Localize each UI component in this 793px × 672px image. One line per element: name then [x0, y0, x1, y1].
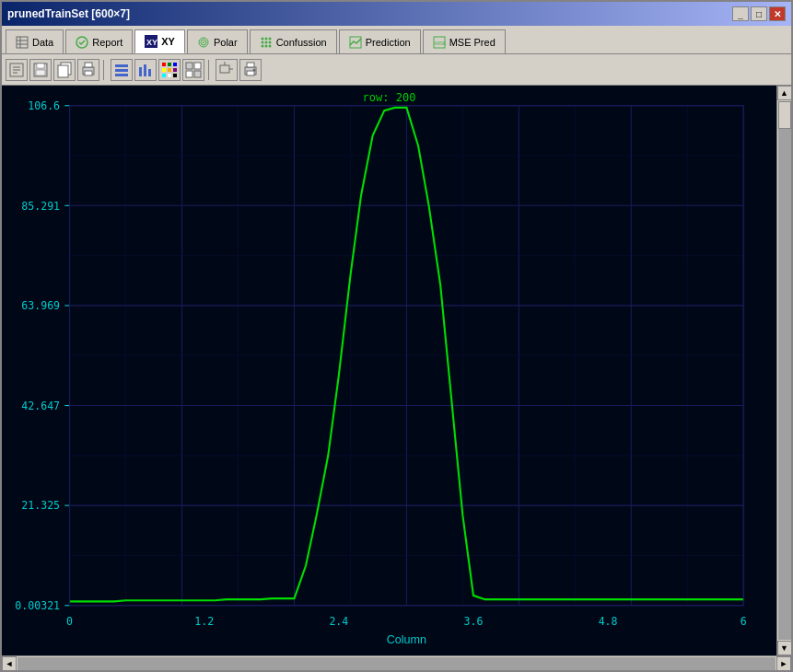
- svg-text:85.291: 85.291: [21, 199, 60, 212]
- svg-text:XY: XY: [146, 38, 157, 47]
- svg-text:106.6: 106.6: [28, 99, 60, 112]
- svg-text:MSE: MSE: [435, 41, 446, 46]
- svg-text:6: 6: [741, 615, 747, 628]
- tool-save[interactable]: [29, 59, 52, 81]
- scroll-left-button[interactable]: ◄: [2, 656, 17, 671]
- svg-rect-41: [168, 63, 171, 66]
- svg-text:4.8: 4.8: [599, 615, 618, 628]
- svg-rect-51: [186, 71, 192, 77]
- svg-rect-34: [115, 64, 128, 67]
- tool-lines[interactable]: [111, 59, 133, 81]
- main-window: prunedTrainSet [600×7] _ □ ✕ Data Report…: [0, 0, 793, 672]
- svg-rect-45: [173, 68, 177, 72]
- svg-rect-38: [144, 64, 146, 76]
- svg-point-9: [203, 41, 204, 43]
- chart-area: row: 200: [2, 86, 776, 655]
- svg-rect-48: [173, 74, 177, 77]
- svg-point-12: [268, 37, 271, 40]
- svg-text:1.2: 1.2: [194, 615, 214, 628]
- tab-report-label: Report: [92, 37, 122, 48]
- tool-colors[interactable]: [158, 59, 181, 81]
- tool-new[interactable]: [6, 59, 28, 81]
- title-bar: prunedTrainSet [600×7] _ □ ✕: [2, 2, 791, 26]
- svg-point-16: [261, 44, 263, 47]
- separator-2: [208, 60, 212, 80]
- svg-rect-37: [139, 67, 142, 76]
- svg-rect-42: [173, 63, 177, 66]
- svg-point-10: [261, 37, 263, 40]
- tab-confussion[interactable]: Confussion: [250, 29, 337, 53]
- tab-mse-pred[interactable]: MSE MSE Pred: [423, 29, 506, 53]
- separator-1: [103, 60, 107, 80]
- tab-prediction-label: Prediction: [366, 37, 411, 48]
- svg-text:Column: Column: [387, 632, 426, 646]
- svg-rect-32: [85, 63, 92, 67]
- scroll-right-button[interactable]: ►: [776, 656, 791, 671]
- scroll-track-h[interactable]: [17, 657, 776, 670]
- svg-rect-43: [162, 68, 166, 72]
- minimize-button[interactable]: _: [732, 6, 749, 21]
- svg-rect-57: [247, 63, 254, 67]
- svg-rect-0: [17, 37, 28, 48]
- vertical-scrollbar: ▲ ▼: [776, 86, 791, 655]
- tab-confussion-label: Confussion: [276, 37, 327, 48]
- tool-grid[interactable]: [182, 59, 204, 81]
- tab-data-label: Data: [32, 37, 53, 48]
- svg-text:63.969: 63.969: [21, 299, 60, 312]
- scroll-thumb-v[interactable]: [778, 101, 791, 129]
- tool-copy[interactable]: [53, 59, 76, 81]
- svg-text:21.325: 21.325: [21, 499, 60, 512]
- toolbar: [2, 54, 791, 86]
- tab-report[interactable]: Report: [65, 29, 133, 53]
- svg-point-11: [264, 37, 267, 40]
- tool-print[interactable]: [77, 59, 99, 81]
- tab-prediction[interactable]: Prediction: [339, 29, 421, 53]
- main-content: row: 200: [2, 86, 791, 655]
- svg-text:2.4: 2.4: [329, 615, 348, 628]
- scroll-down-button[interactable]: ▼: [777, 641, 792, 655]
- scroll-track-v[interactable]: [778, 101, 791, 640]
- tab-mse-pred-label: MSE Pred: [449, 37, 496, 48]
- horizontal-scrollbar: ◄ ►: [2, 655, 791, 670]
- tab-bar: Data Report XY XY Polar Confussion Predi…: [2, 26, 791, 54]
- svg-rect-44: [168, 68, 171, 72]
- svg-rect-47: [168, 74, 171, 77]
- tab-data[interactable]: Data: [6, 29, 64, 53]
- svg-rect-58: [247, 71, 254, 75]
- tab-polar-label: Polar: [214, 37, 238, 48]
- tool-print2[interactable]: [239, 59, 262, 81]
- svg-rect-50: [194, 63, 201, 69]
- svg-text:0: 0: [66, 615, 73, 628]
- svg-rect-39: [148, 69, 151, 76]
- chart-svg: 0.00321 21.325 42.647 63.969 85.291 106.…: [2, 86, 776, 655]
- svg-rect-53: [220, 65, 229, 73]
- svg-rect-33: [85, 71, 92, 75]
- svg-rect-40: [162, 63, 166, 66]
- svg-point-15: [268, 41, 271, 43]
- svg-rect-52: [194, 71, 201, 77]
- svg-rect-46: [162, 74, 166, 77]
- svg-point-14: [264, 41, 267, 43]
- tab-polar[interactable]: Polar: [187, 29, 248, 53]
- tab-xy[interactable]: XY XY: [134, 29, 185, 53]
- row-label: row: 200: [363, 91, 416, 104]
- svg-rect-35: [115, 69, 128, 72]
- svg-rect-30: [58, 65, 68, 77]
- svg-point-18: [268, 44, 271, 47]
- svg-rect-28: [36, 70, 45, 75]
- svg-point-59: [253, 68, 256, 71]
- close-button[interactable]: ✕: [769, 6, 786, 21]
- maximize-button[interactable]: □: [751, 6, 767, 21]
- svg-rect-49: [186, 63, 192, 69]
- scroll-up-button[interactable]: ▲: [777, 86, 792, 100]
- svg-text:0.00321: 0.00321: [15, 599, 60, 612]
- svg-point-17: [264, 44, 267, 47]
- tool-zoom[interactable]: [216, 59, 238, 81]
- window-controls: _ □ ✕: [732, 6, 786, 21]
- tool-bars[interactable]: [134, 59, 157, 81]
- tab-xy-label: XY: [161, 36, 175, 47]
- svg-rect-36: [115, 74, 128, 76]
- svg-text:42.647: 42.647: [21, 400, 60, 412]
- svg-rect-60: [2, 86, 776, 655]
- svg-point-13: [261, 41, 263, 43]
